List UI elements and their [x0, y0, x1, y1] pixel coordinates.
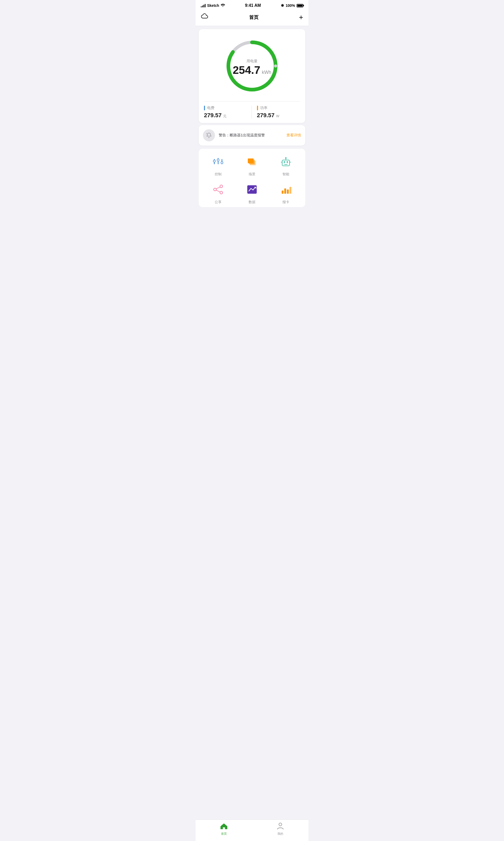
icon-row-2: 公享 数据 — [199, 182, 305, 204]
power-indicator — [257, 106, 258, 110]
icon-label-report: 报卡 — [283, 200, 289, 204]
carrier-label: Sketch — [207, 3, 219, 7]
alert-text: 警告：断路器1出现温度报警 — [219, 133, 283, 138]
icon-label-control: 控制 — [215, 172, 221, 177]
svg-point-32 — [279, 823, 282, 826]
svg-point-23 — [220, 191, 222, 194]
icon-item-share[interactable]: 公享 — [208, 182, 229, 204]
page-title: 首页 — [249, 14, 258, 20]
svg-line-24 — [216, 187, 220, 189]
tab-mine[interactable]: 我的 — [252, 822, 308, 836]
alert-card: 警告：断路器1出现温度报警 查看详情 — [199, 125, 305, 145]
alert-link[interactable]: 查看详情 — [286, 133, 301, 138]
sliders-icon — [211, 154, 226, 169]
stat-header-power: 功率 — [257, 106, 300, 110]
svg-point-10 — [221, 161, 223, 164]
wifi-icon — [221, 3, 225, 7]
bluetooth-icon: ✱ — [281, 3, 284, 7]
icon-label-smart: 智能 — [283, 172, 289, 177]
svg-line-3 — [206, 133, 207, 134]
power-value: 279.57 — [257, 112, 274, 119]
status-left: Sketch — [201, 3, 225, 7]
gauge-value-row: 254.7 kWh — [233, 65, 271, 76]
power-value-row: 279.57 W — [257, 112, 300, 119]
energy-card: 用电量 254.7 kWh 电费 279.57 元 — [199, 29, 305, 123]
tab-mine-label: 我的 — [277, 832, 283, 836]
svg-rect-16 — [287, 161, 288, 163]
add-button[interactable]: + — [299, 13, 303, 21]
svg-point-18 — [285, 157, 286, 159]
icon-item-scene[interactable]: 场景 — [241, 154, 263, 177]
svg-line-25 — [216, 190, 220, 192]
chart-line-icon — [245, 182, 259, 197]
power-unit: W — [276, 114, 279, 118]
alert-icon — [203, 129, 215, 141]
svg-point-2 — [274, 64, 277, 68]
fee-unit: 元 — [223, 114, 227, 119]
fee-value-row: 279.57 元 — [204, 112, 247, 119]
status-time: 9:41 AM — [245, 3, 261, 8]
battery-percent: 100% — [286, 3, 295, 7]
cloud-icon[interactable] — [201, 13, 209, 21]
icon-item-report[interactable]: 报卡 — [275, 182, 296, 204]
icon-row-1: 控制 场景 — [199, 154, 305, 182]
tab-home-label: 首页 — [221, 832, 227, 836]
svg-rect-30 — [287, 189, 289, 194]
icon-item-control[interactable]: 控制 — [208, 154, 229, 177]
stat-electricity-fee: 电费 279.57 元 — [204, 106, 252, 119]
gauge-label: 用电量 — [233, 59, 271, 64]
nav-bar: 首页 + — [196, 10, 308, 26]
tab-bar: 首页 我的 — [196, 820, 308, 841]
icon-label-data: 数据 — [249, 200, 255, 204]
home-icon — [220, 822, 228, 831]
fee-indicator — [204, 106, 205, 110]
svg-rect-29 — [284, 188, 286, 194]
svg-point-6 — [213, 160, 216, 162]
stat-header-fee: 电费 — [204, 106, 247, 110]
svg-rect-13 — [248, 158, 254, 163]
fee-name: 电费 — [207, 106, 214, 110]
icon-label-share: 公享 — [215, 200, 221, 204]
person-icon — [277, 822, 284, 831]
icon-label-scene: 场景 — [249, 172, 255, 177]
svg-point-8 — [217, 159, 219, 161]
signal-icon — [201, 4, 205, 7]
gauge-center: 用电量 254.7 kWh — [233, 59, 271, 76]
bar-chart-icon — [278, 182, 293, 197]
stats-row: 电费 279.57 元 功率 279.57 W — [204, 101, 300, 119]
gauge-value: 254.7 — [233, 65, 260, 76]
svg-point-21 — [220, 185, 222, 188]
icon-item-smart[interactable]: 智能 — [275, 154, 296, 177]
status-bar: Sketch 9:41 AM ✱ 100% — [196, 0, 308, 10]
power-name: 功率 — [260, 106, 268, 110]
svg-rect-14 — [282, 160, 290, 166]
svg-rect-15 — [284, 161, 285, 163]
gauge-container: 用电量 254.7 kWh — [204, 34, 300, 100]
gauge-unit: kWh — [262, 70, 271, 75]
tab-home[interactable]: 首页 — [196, 822, 252, 836]
fee-value: 279.57 — [204, 112, 221, 119]
icon-item-data[interactable]: 数据 — [241, 182, 263, 204]
scene-icon — [245, 154, 259, 169]
main-content: 用电量 254.7 kWh 电费 279.57 元 — [196, 29, 308, 230]
robot-icon — [278, 154, 293, 169]
stat-power: 功率 279.57 W — [252, 106, 300, 119]
status-right: ✱ 100% — [281, 3, 303, 7]
icon-grid: 控制 场景 — [199, 149, 305, 207]
svg-rect-31 — [290, 187, 291, 194]
svg-point-22 — [214, 188, 216, 191]
svg-rect-28 — [282, 191, 284, 194]
battery-icon — [296, 4, 303, 7]
share-icon — [211, 182, 226, 197]
